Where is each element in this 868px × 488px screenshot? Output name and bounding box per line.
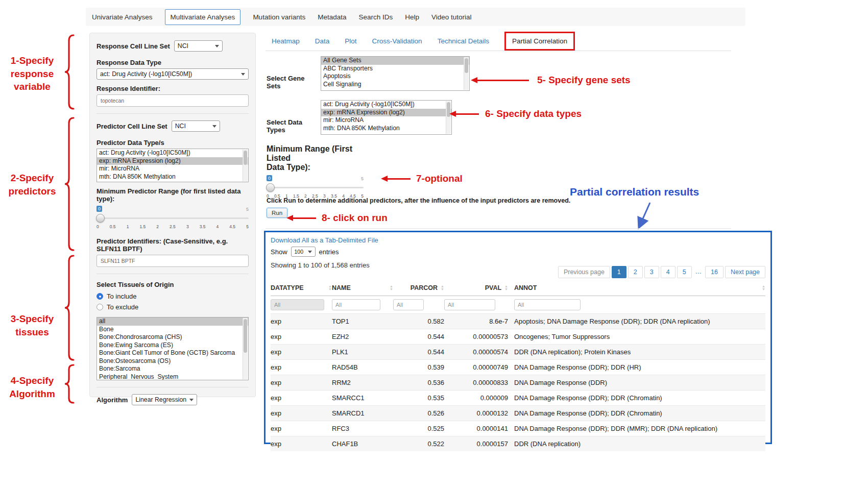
- gene-sets-listbox[interactable]: All Gene Sets ABC Transporters Apoptosis…: [321, 56, 470, 91]
- page-number-button[interactable]: 4: [661, 266, 676, 278]
- listbox-option[interactable]: exp: mRNA Expression (log2): [321, 109, 451, 117]
- table-row[interactable]: exp RFC3 0.525 0.0000141 DNA Damage Resp…: [271, 421, 765, 436]
- listbox-option[interactable]: mir: MicroRNA: [321, 116, 451, 125]
- listbox-option[interactable]: Bone: [97, 326, 248, 334]
- column-header-parcor[interactable]: PARCOR ▲▼: [393, 284, 444, 291]
- sort-icon[interactable]: ▲▼: [390, 285, 393, 291]
- listbox-option[interactable]: Bone:Ewing Sarcoma (ES): [97, 341, 248, 350]
- column-header-name[interactable]: NAME ▲▼: [332, 284, 393, 291]
- filter-pval-input[interactable]: [444, 299, 495, 310]
- page-numbers: 1 2 3 4 5 … 16: [612, 266, 724, 278]
- min-predictor-range-slider[interactable]: 0 5 00.511.522.533.544.55: [97, 213, 249, 233]
- nav-item[interactable]: Metadata: [318, 13, 346, 21]
- predictor-cell-line-select[interactable]: NCI: [172, 120, 220, 132]
- nav-item[interactable]: Mutation variants: [253, 13, 305, 21]
- sort-icon[interactable]: ▲▼: [762, 285, 765, 291]
- tissue-radio[interactable]: To exclude: [97, 303, 249, 311]
- column-header-pval[interactable]: PVAL ▲▼: [444, 284, 508, 291]
- response-data-type-select[interactable]: act: Drug Activity (-log10[IC50M]): [97, 68, 249, 80]
- nav-item[interactable]: Multivariate Analyses: [165, 9, 241, 25]
- page-number-button[interactable]: 3: [644, 266, 659, 278]
- scrollbar[interactable]: [243, 318, 248, 379]
- algorithm-select[interactable]: Linear Regression: [132, 394, 197, 405]
- listbox-option[interactable]: mth: DNA 850K Methylation: [97, 173, 248, 181]
- sort-icon[interactable]: ▲▼: [328, 285, 332, 291]
- page-number-button[interactable]: 5: [677, 266, 692, 278]
- page-number-button[interactable]: …: [693, 266, 704, 278]
- listbox-option[interactable]: mir: MicroRNA: [97, 165, 248, 173]
- next-page-button[interactable]: Next page: [725, 266, 765, 278]
- slider-track[interactable]: [267, 187, 364, 188]
- nav-item[interactable]: Video tutorial: [431, 13, 472, 21]
- page-number-button[interactable]: 1: [612, 266, 626, 278]
- result-tab[interactable]: Partial Correlation: [504, 32, 575, 51]
- page-number-button[interactable]: 2: [628, 266, 643, 278]
- table-row[interactable]: exp RRM2 0.536 0.00000833 DNA Damage Res…: [271, 375, 765, 390]
- response-cell-line-select[interactable]: NCI: [174, 40, 223, 52]
- table-row[interactable]: exp PLK1 0.544 0.00000574 DDR (DNA repli…: [271, 344, 765, 359]
- nav-item[interactable]: Univariate Analyses: [92, 13, 153, 21]
- scrollbar-thumb[interactable]: [244, 151, 247, 165]
- filter-parcor-input[interactable]: [393, 299, 424, 310]
- column-header-datatype[interactable]: DATATYPE ▲▼: [271, 284, 332, 291]
- filter-row: [271, 296, 765, 313]
- filter-name-input[interactable]: [332, 299, 380, 310]
- filter-annot-input[interactable]: [514, 299, 581, 310]
- nav-item[interactable]: Help: [405, 13, 419, 21]
- result-tab[interactable]: Heatmap: [272, 37, 300, 45]
- table-row[interactable]: exp SMARCC1 0.535 0.000009 DNA Damage Re…: [271, 390, 765, 405]
- filter-datatype-input[interactable]: [271, 299, 324, 310]
- table-body: exp TOP1 0.582 8.6e-7 Apoptosis; DNA Dam…: [271, 313, 765, 451]
- slider-handle[interactable]: [96, 214, 105, 223]
- predictor-identifiers-input[interactable]: [97, 255, 249, 267]
- listbox-option[interactable]: All Gene Sets: [321, 57, 469, 65]
- page-number-button[interactable]: 16: [705, 266, 724, 278]
- listbox-option[interactable]: Apoptosis: [321, 72, 469, 81]
- tissue-radio[interactable]: To include: [97, 292, 249, 300]
- result-tab[interactable]: Data: [315, 37, 330, 45]
- sort-icon[interactable]: ▲▼: [504, 285, 508, 291]
- listbox-option[interactable]: Bone:Sarcoma: [97, 365, 248, 373]
- select-value: NCI: [175, 123, 186, 130]
- download-link[interactable]: Download All as a Tab-Delimited File: [271, 236, 378, 244]
- table-row[interactable]: exp TOP1 0.582 8.6e-7 Apoptosis; DNA Dam…: [271, 313, 765, 329]
- data-types-listbox[interactable]: act: Drug Activity (-log10[IC50M]) exp: …: [321, 100, 452, 135]
- nav-item[interactable]: Search IDs: [358, 13, 393, 21]
- table-row[interactable]: exp EZH2 0.544 0.00000573 Oncogenes; Tum…: [271, 329, 765, 344]
- listbox-option[interactable]: exp: mRNA Expression (log2): [97, 157, 248, 165]
- cell-datatype: exp: [271, 363, 332, 371]
- response-identifier-input[interactable]: [97, 94, 249, 107]
- scrollbar[interactable]: [446, 101, 451, 134]
- slider-handle[interactable]: [266, 183, 275, 192]
- predictor-data-types-listbox[interactable]: act: Drug Activity (-log10[IC50M]) exp: …: [97, 149, 249, 182]
- listbox-option[interactable]: Peripheral_Nervous_System: [97, 373, 248, 381]
- listbox-option[interactable]: all: [97, 318, 248, 326]
- scrollbar[interactable]: [243, 150, 248, 181]
- sidebar-form: Response Cell Line Set NCI Response Data…: [89, 33, 256, 397]
- listbox-option[interactable]: Bone:Chondrosarcoma (CHS): [97, 333, 248, 341]
- result-tab[interactable]: Technical Details: [438, 37, 489, 45]
- column-header-annot[interactable]: ANNOT ▲▼: [508, 284, 765, 291]
- prev-page-button[interactable]: Previous page: [558, 266, 610, 278]
- listbox-option[interactable]: Bone:Osteosarcoma (OS): [97, 357, 248, 365]
- scrollbar-thumb[interactable]: [244, 319, 247, 353]
- scrollbar[interactable]: [464, 57, 469, 90]
- slider-track[interactable]: [97, 217, 249, 219]
- column-label: DATATYPE: [271, 284, 304, 291]
- result-tab[interactable]: Plot: [345, 37, 356, 45]
- listbox-option[interactable]: Bone:Giant Cell Tumor of Bone (GCTB) Sar…: [97, 349, 248, 357]
- sort-icon[interactable]: ▲▼: [441, 285, 444, 291]
- tissue-listbox[interactable]: all Bone Bone:Chondrosarcoma (CHS) Bone:…: [97, 317, 249, 380]
- listbox-option[interactable]: mth: DNA 850K Methylation: [321, 125, 451, 133]
- table-row[interactable]: exp RAD54B 0.539 0.00000749 DNA Damage R…: [271, 359, 765, 375]
- table-row[interactable]: exp CHAF1B 0.522 0.0000157 DDR (DNA repl…: [271, 436, 765, 451]
- listbox-option[interactable]: Cell Signaling: [321, 81, 469, 89]
- listbox-option[interactable]: act: Drug Activity (-log10[IC50M]): [97, 149, 248, 157]
- listbox-option[interactable]: act: Drug Activity (-log10[IC50M]): [321, 101, 451, 109]
- table-row[interactable]: exp SMARCD1 0.526 0.0000132 DNA Damage R…: [271, 405, 765, 421]
- scrollbar-thumb[interactable]: [465, 58, 468, 73]
- listbox-option[interactable]: ABC Transporters: [321, 65, 469, 73]
- run-button[interactable]: Run: [267, 208, 287, 218]
- show-entries-select[interactable]: 100: [291, 247, 316, 257]
- result-tab[interactable]: Cross-Validation: [372, 37, 422, 45]
